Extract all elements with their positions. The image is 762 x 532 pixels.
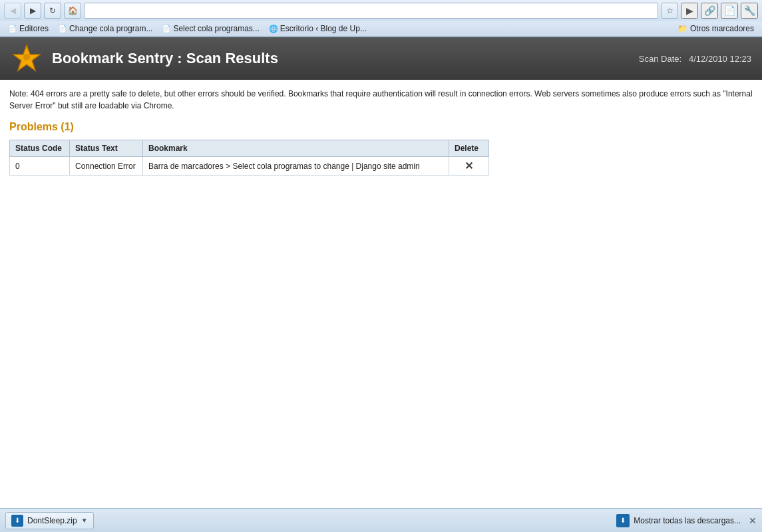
otros-marcadores[interactable]: 📁 Otros marcadores [673, 23, 758, 35]
scan-date: Scan Date: 4/12/2010 12:23 [639, 54, 751, 64]
wrench-button[interactable]: 🔧 [741, 3, 758, 19]
globe-icon: 🌐 [269, 25, 278, 33]
col-header-bookmark: Bookmark [143, 140, 449, 157]
doc-icon: 📄 [8, 25, 17, 33]
download-dropdown-arrow[interactable]: ▼ [81, 517, 88, 524]
col-header-status-text: Status Text [70, 140, 143, 157]
nav-bar: ◀ ▶ ↻ 🏠 ☆ ▶ 🔗 📄 🔧 [0, 0, 762, 21]
col-header-status-code: Status Code [10, 140, 70, 157]
extensions-button[interactable]: 🔗 [701, 3, 718, 19]
delete-button[interactable]: ✕ [455, 160, 483, 172]
download-filename: DontSleep.zip [27, 516, 77, 525]
notice-text: Note: 404 errors are a pretty safe to de… [9, 88, 753, 112]
folder-icon: 📁 [677, 24, 687, 33]
forward-button[interactable]: ▶ [24, 3, 41, 19]
svg-point-1 [23, 54, 30, 61]
bookmark-select-cola[interactable]: 📄 Select cola programas... [158, 23, 263, 35]
mostrar-icon: ⬇ [616, 514, 630, 527]
extension-header: Bookmark Sentry : Scan Results Scan Date… [0, 37, 762, 80]
doc-icon-2: 📄 [58, 25, 67, 33]
bookmarks-bar: 📄 Editores 📄 Change cola program... 📄 Se… [0, 21, 762, 37]
cell-bookmark: Barra de marcadores > Select cola progra… [143, 157, 449, 176]
table-row: 0 Connection Error Barra de marcadores >… [10, 157, 489, 176]
col-header-delete: Delete [449, 140, 489, 157]
go-button[interactable]: ▶ [681, 3, 698, 19]
page-title: Bookmark Sentry : Scan Results [52, 50, 639, 67]
mostrar-label: Mostrar todas las descargas... [634, 516, 741, 525]
results-table: Status Code Status Text Bookmark Delete … [9, 140, 489, 176]
cell-status-text: Connection Error [70, 157, 143, 176]
page-button[interactable]: 📄 [721, 3, 738, 19]
bookmark-sentry-logo [11, 43, 43, 74]
cell-status-code: 0 [10, 157, 70, 176]
bookmark-escritorio[interactable]: 🌐 Escritorio ‹ Blog de Up... [265, 23, 371, 35]
bookmark-editores[interactable]: 📄 Editores [4, 23, 53, 35]
cell-delete: ✕ [449, 157, 489, 176]
bookmark-change-cola[interactable]: 📄 Change cola program... [54, 23, 156, 35]
close-download-bar-button[interactable]: ✕ [749, 515, 757, 526]
address-input[interactable] [84, 3, 658, 19]
main-content: Note: 404 errors are a pretty safe to de… [0, 80, 762, 508]
doc-icon-3: 📄 [162, 25, 171, 33]
star-button[interactable]: ☆ [661, 3, 678, 19]
reload-button[interactable]: ↻ [44, 3, 61, 19]
download-icon: ⬇ [11, 515, 23, 527]
download-item[interactable]: ⬇ DontSleep.zip ▼ [5, 512, 94, 529]
bottom-bar: ⬇ DontSleep.zip ▼ ⬇ Mostrar todas las de… [0, 508, 762, 532]
home-button[interactable]: 🏠 [64, 3, 81, 19]
back-button[interactable]: ◀ [4, 3, 21, 19]
mostrar-button[interactable]: ⬇ Mostrar todas las descargas... [616, 514, 741, 527]
problems-heading: Problems (1) [9, 121, 753, 133]
